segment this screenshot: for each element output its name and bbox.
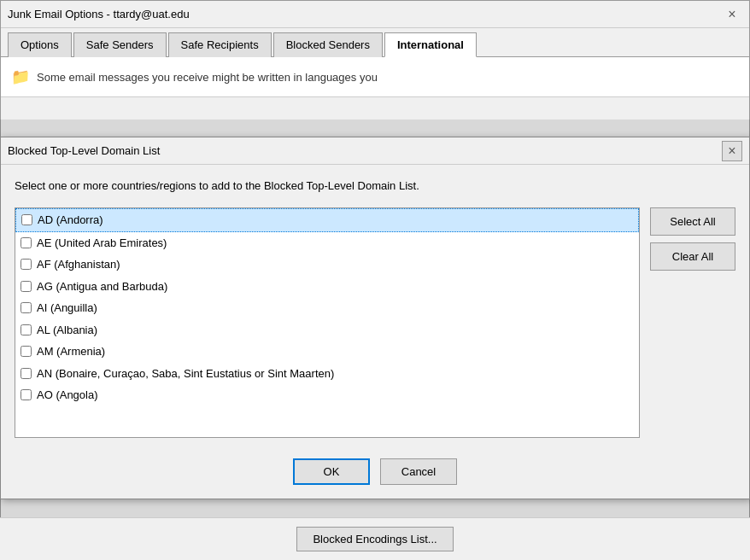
encodings-bar: Blocked Encodings List... — [0, 517, 750, 560]
list-item-label: AI (Anguilla) — [37, 300, 97, 317]
list-item-label: AG (Antigua and Barbuda) — [37, 278, 167, 295]
bg-close-button[interactable]: × — [722, 4, 742, 25]
dialog-title: Blocked Top-Level Domain List — [8, 144, 160, 157]
bg-tabs: Options Safe Senders Safe Recipients Blo… — [1, 28, 749, 57]
domain-list-container: AD (Andorra) AE (United Arab Emirates) A… — [15, 207, 640, 438]
list-item-label: AE (United Arab Emirates) — [37, 235, 167, 252]
clear-all-button[interactable]: Clear All — [650, 242, 735, 271]
list-item[interactable]: AL (Albania) — [15, 319, 639, 341]
tab-blocked-senders[interactable]: Blocked Senders — [273, 32, 383, 57]
bg-title-bar: Junk Email Options - ttardy@uat.edu × — [1, 1, 749, 28]
blocked-encodings-button[interactable]: Blocked Encodings List... — [296, 527, 453, 551]
list-item-label: AO (Angola) — [37, 387, 98, 404]
checkbox-al[interactable] — [21, 324, 32, 335]
checkbox-af[interactable] — [21, 259, 32, 270]
list-and-buttons: AD (Andorra) AE (United Arab Emirates) A… — [15, 207, 735, 438]
list-item[interactable]: AD (Andorra) — [15, 208, 639, 232]
checkbox-ai[interactable] — [21, 302, 32, 313]
list-item[interactable]: AM (Armenia) — [15, 341, 639, 363]
tab-options[interactable]: Options — [8, 32, 72, 57]
side-buttons: Select All Clear All — [650, 207, 735, 271]
list-item[interactable]: AF (Afghanistan) — [15, 254, 639, 276]
dialog-footer: OK Cancel — [1, 448, 749, 499]
bg-window-title: Junk Email Options - ttardy@uat.edu — [8, 8, 190, 20]
list-item[interactable]: AG (Antigua and Barbuda) — [15, 276, 639, 298]
checkbox-am[interactable] — [21, 346, 32, 357]
list-item-label: AM (Armenia) — [37, 343, 105, 360]
list-item[interactable]: AN (Bonaire, Curaçao, Saba, Sint Eustati… — [15, 363, 639, 385]
list-item[interactable]: AE (United Arab Emirates) — [15, 232, 639, 254]
checkbox-ao[interactable] — [21, 389, 32, 400]
tab-safe-senders[interactable]: Safe Senders — [73, 32, 167, 57]
cancel-button[interactable]: Cancel — [380, 458, 457, 485]
list-item-label: AN (Bonaire, Curaçao, Saba, Sint Eustati… — [37, 365, 334, 382]
bg-content: 📁 Some email messages you receive might … — [1, 57, 749, 97]
list-item[interactable]: AO (Angola) — [15, 384, 639, 406]
ok-button[interactable]: OK — [293, 458, 370, 485]
checkbox-an[interactable] — [21, 368, 32, 379]
tab-international[interactable]: International — [384, 32, 477, 57]
dialog-title-bar: Blocked Top-Level Domain List × — [1, 137, 749, 165]
blocked-domain-dialog: Blocked Top-Level Domain List × Select o… — [0, 137, 750, 499]
dialog-overlay: Blocked Top-Level Domain List × Select o… — [0, 120, 750, 560]
dialog-close-button[interactable]: × — [722, 141, 742, 161]
tab-safe-recipients[interactable]: Safe Recipients — [168, 32, 272, 57]
bg-content-text: Some email messages you receive might be… — [37, 71, 378, 84]
dialog-body: Select one or more countries/regions to … — [1, 165, 749, 448]
list-item-label: AL (Albania) — [37, 322, 97, 339]
checkbox-ag[interactable] — [21, 281, 32, 292]
folder-icon: 📁 — [11, 67, 30, 86]
dialog-description: Select one or more countries/regions to … — [15, 178, 735, 194]
checkbox-ad[interactable] — [21, 214, 32, 225]
list-item[interactable]: AI (Anguilla) — [15, 297, 639, 319]
list-item-label: AF (Afghanistan) — [37, 256, 120, 273]
select-all-button[interactable]: Select All — [650, 207, 735, 236]
list-item-label: AD (Andorra) — [38, 212, 103, 229]
domain-list-scroll[interactable]: AD (Andorra) AE (United Arab Emirates) A… — [15, 208, 639, 437]
checkbox-ae[interactable] — [21, 237, 32, 248]
